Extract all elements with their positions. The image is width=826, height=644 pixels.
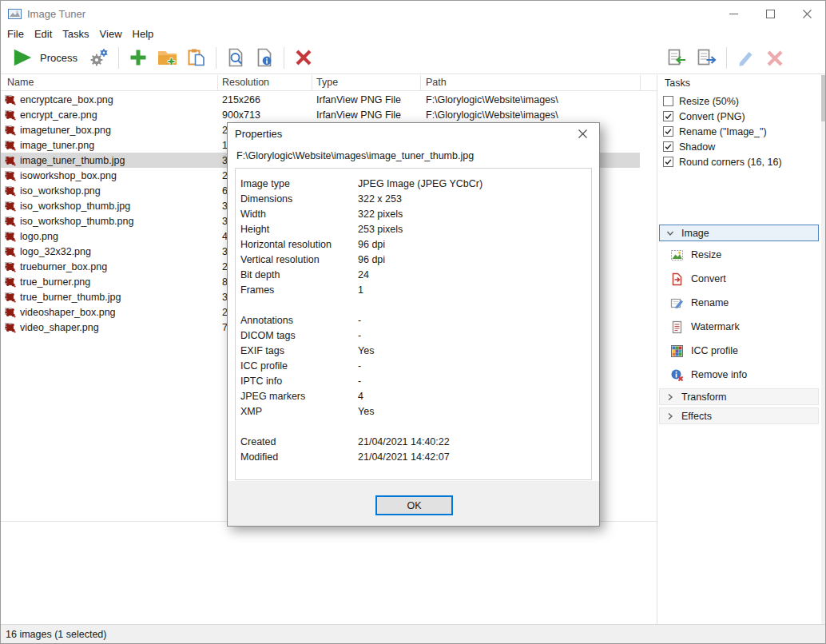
scrollbar-thumb[interactable] xyxy=(821,75,825,121)
toolbar-separator xyxy=(118,47,119,69)
menu-tasks[interactable]: Tasks xyxy=(62,28,96,40)
property-value: 96 dpi xyxy=(358,239,385,250)
file-type: IrfanView PNG File xyxy=(316,94,401,105)
settings-button[interactable] xyxy=(85,45,113,70)
file-name: encryptcare_box.png xyxy=(20,94,113,105)
minimize-button[interactable] xyxy=(715,1,752,26)
window-title: Image Tuner xyxy=(27,8,85,20)
file-name: iso_workshop.png xyxy=(20,185,101,197)
resize-icon xyxy=(670,248,684,262)
maximize-button[interactable] xyxy=(752,1,788,26)
file-icon xyxy=(4,260,17,273)
task-item[interactable]: Shadow xyxy=(663,140,715,153)
dialog-close-button[interactable] xyxy=(570,125,594,142)
property-value: 21/04/2021 14:40:22 xyxy=(358,436,450,447)
file-icon xyxy=(4,230,17,243)
task-item[interactable]: Resize (50%) xyxy=(663,94,739,108)
property-row: Dimensions322 x 253 xyxy=(240,191,591,206)
save-tasks-button[interactable] xyxy=(692,46,721,71)
play-icon xyxy=(12,47,33,68)
add-files-button[interactable] xyxy=(124,45,153,70)
dialog-titlebar[interactable]: Properties xyxy=(228,123,599,144)
menu-help[interactable]: Help xyxy=(133,28,161,40)
checkbox-checked[interactable] xyxy=(663,141,673,152)
statusbar: 16 images (1 selected) xyxy=(1,624,825,644)
image-tool-rename[interactable]: Rename xyxy=(659,291,819,315)
close-button[interactable] xyxy=(788,1,825,26)
file-icon xyxy=(4,245,17,258)
section-image[interactable]: Image xyxy=(659,225,819,241)
icc-profile-icon xyxy=(670,344,684,358)
column-name[interactable]: Name xyxy=(7,77,34,88)
section-transform[interactable]: Transform xyxy=(659,388,819,405)
gears-icon xyxy=(89,47,109,68)
property-row: JPEG markers4 xyxy=(240,388,591,403)
file-icon xyxy=(4,154,17,167)
property-row: Bit depth24 xyxy=(240,267,591,282)
file-type: IrfanView PNG File xyxy=(316,109,401,121)
table-row[interactable]: encryptcare_box.png215x266IrfanView PNG … xyxy=(1,92,640,107)
section-effects-label: Effects xyxy=(681,411,712,422)
preview-button[interactable] xyxy=(221,45,250,70)
column-type[interactable]: Type xyxy=(316,77,338,88)
paste-icon xyxy=(186,47,207,68)
load-tasks-button[interactable] xyxy=(662,46,692,71)
section-effects[interactable]: Effects xyxy=(659,407,819,424)
task-item[interactable]: Round corners (16, 16) xyxy=(663,155,782,169)
panel-scrollbar[interactable] xyxy=(821,75,825,624)
column-resolution[interactable]: Resolution xyxy=(222,77,269,88)
chevron-right-icon xyxy=(666,412,674,420)
property-value: 96 dpi xyxy=(358,254,385,265)
file-path: F:\Glorylogic\Website\images\ xyxy=(426,94,558,105)
delete-task-button[interactable] xyxy=(760,46,789,71)
column-divider[interactable] xyxy=(217,75,218,91)
property-row: Annotations- xyxy=(240,312,591,328)
save-tasks-icon xyxy=(696,47,717,69)
chevron-right-icon xyxy=(666,393,674,401)
image-tool-icc-profile[interactable]: ICC profile xyxy=(659,339,819,363)
properties-button[interactable] xyxy=(250,45,279,70)
menu-view[interactable]: View xyxy=(100,28,129,40)
file-name: encrypt_care.png xyxy=(20,109,97,121)
table-row[interactable]: encrypt_care.png900x713IrfanView PNG Fil… xyxy=(1,107,640,122)
column-divider[interactable] xyxy=(312,75,312,91)
file-name: isoworkshop_box.png xyxy=(20,170,117,181)
task-item[interactable]: Rename ("Image_") xyxy=(663,125,767,138)
file-icon xyxy=(4,306,17,319)
image-tool-remove-info[interactable]: Remove info xyxy=(659,363,819,387)
property-label: XMP xyxy=(240,406,358,417)
image-tool-convert[interactable]: Convert xyxy=(659,267,819,291)
ok-button[interactable]: OK xyxy=(375,495,453,515)
image-tool-resize[interactable]: Resize xyxy=(659,243,819,267)
add-folder-button[interactable] xyxy=(153,45,182,70)
file-icon xyxy=(4,93,17,106)
image-tool-watermark[interactable]: Watermark xyxy=(659,315,819,339)
task-item[interactable]: Convert (PNG) xyxy=(663,109,745,123)
file-list-header: Name Resolution Type Path xyxy=(1,75,657,91)
property-label: Vertical resolution xyxy=(240,254,358,265)
remove-button[interactable] xyxy=(289,45,318,70)
menu-file[interactable]: File xyxy=(7,28,31,40)
checkbox-checked[interactable] xyxy=(663,126,673,137)
column-path[interactable]: Path xyxy=(426,77,447,88)
checkbox-checked[interactable] xyxy=(663,157,673,167)
tasks-panel: Tasks Resize (50%)Convert (PNG)Rename ("… xyxy=(657,75,826,624)
property-label: Created xyxy=(240,436,358,447)
preview-icon xyxy=(225,47,246,68)
column-divider[interactable] xyxy=(640,75,641,91)
app-window: Image Tuner File Edit Tasks View Help Pr… xyxy=(0,0,826,644)
process-button[interactable]: Process xyxy=(5,45,85,70)
column-divider[interactable] xyxy=(420,75,421,91)
file-icon xyxy=(4,215,17,228)
property-row: Horizontal resolution96 dpi xyxy=(240,237,591,252)
app-icon xyxy=(8,7,22,21)
property-label: Bit depth xyxy=(240,269,358,280)
tasks-toolbar xyxy=(662,42,789,74)
menu-edit[interactable]: Edit xyxy=(34,28,59,40)
paste-button[interactable] xyxy=(182,45,211,70)
checkbox-unchecked[interactable] xyxy=(663,96,673,106)
edit-task-button[interactable] xyxy=(732,46,760,71)
checkbox-checked[interactable] xyxy=(663,111,673,121)
dialog-footer: OK xyxy=(228,481,599,526)
file-name: iso_workshop_thumb.png xyxy=(20,216,133,227)
